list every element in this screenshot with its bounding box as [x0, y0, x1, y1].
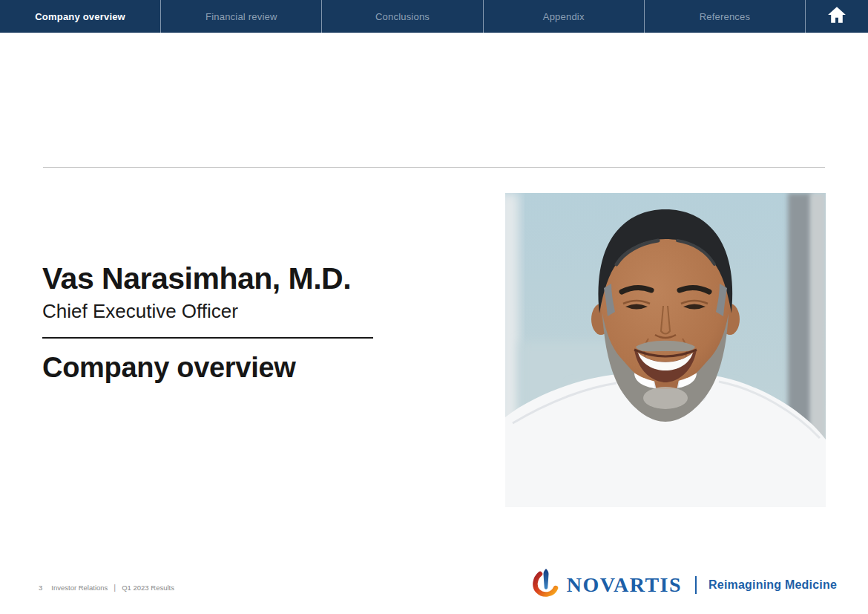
brand-wordmark: NOVARTIS	[567, 573, 682, 597]
brand-tagline: Reimagining Medicine	[708, 578, 837, 592]
speaker-name: Vas Narasimhan, M.D.	[42, 261, 351, 296]
home-icon	[827, 6, 846, 27]
top-navigation: Company overview Financial review Conclu…	[0, 0, 868, 33]
tab-financial-review[interactable]: Financial review	[161, 0, 322, 33]
tab-company-overview[interactable]: Company overview	[0, 0, 161, 33]
tab-label: Conclusions	[375, 11, 430, 22]
home-button[interactable]	[806, 0, 868, 33]
tab-conclusions[interactable]: Conclusions	[322, 0, 483, 33]
novartis-flame-icon	[533, 568, 559, 602]
footer-left: 3 Investor Relations | Q1 2023 Results	[39, 583, 174, 592]
tab-label: References	[700, 11, 750, 22]
brand-separator	[695, 576, 697, 594]
title-divider-line	[42, 337, 373, 339]
top-divider-line	[43, 167, 825, 168]
tab-references[interactable]: References	[645, 0, 806, 33]
speaker-role: Chief Executive Officer	[42, 300, 238, 323]
footer-label: Investor Relations	[51, 584, 108, 592]
tab-label: Company overview	[35, 11, 125, 22]
novartis-brand-lockup: NOVARTIS Reimagining Medicine	[533, 567, 837, 603]
tab-label: Financial review	[206, 11, 277, 22]
ceo-portrait-photo	[505, 193, 826, 507]
page-title: Company overview	[42, 352, 296, 384]
tab-label: Appendix	[543, 11, 585, 22]
footer-context: Q1 2023 Results	[122, 584, 174, 592]
tab-appendix[interactable]: Appendix	[484, 0, 645, 33]
footer-divider: |	[114, 583, 116, 592]
page-number: 3	[39, 584, 42, 592]
